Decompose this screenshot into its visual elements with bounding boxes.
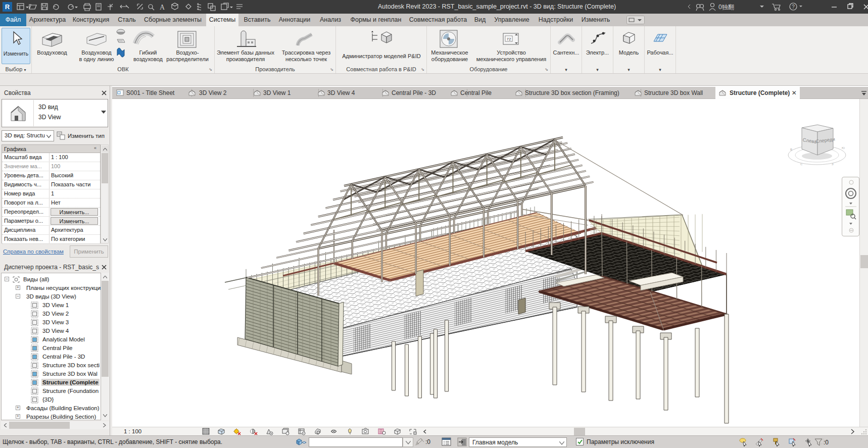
svg-text:R: R [5, 3, 10, 11]
svg-text:0独翻: 0独翻 [718, 4, 734, 11]
svg-text:З: З [832, 163, 834, 166]
svg-text:С: С [800, 163, 803, 166]
svg-text:A: A [160, 4, 165, 11]
svg-text:?: ? [792, 4, 795, 10]
svg-text:72: 72 [507, 37, 511, 41]
svg-text:В: В [790, 148, 792, 151]
svg-text:Ю: Ю [842, 146, 845, 150]
svg-text::0: :0 [824, 439, 829, 446]
